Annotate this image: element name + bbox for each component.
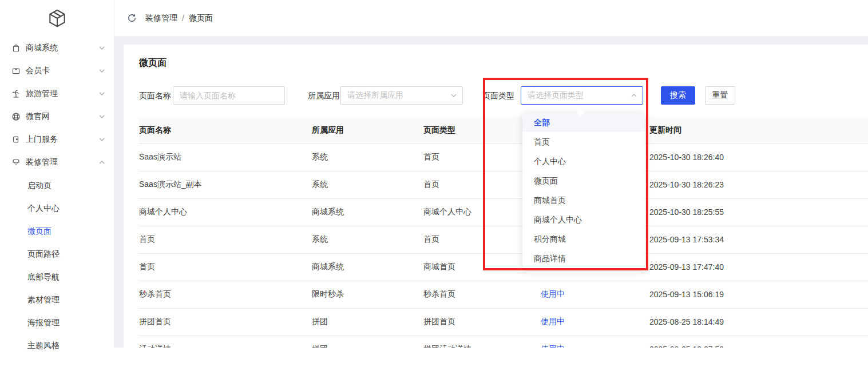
table-cell: 使用中 [541, 281, 649, 308]
dropdown-option-3[interactable]: 微页面 [522, 171, 645, 190]
table-row: 首页商城系统商城首页2025-09-13 17:47:40 [139, 253, 868, 281]
table-cell: 拼团活动详情 [423, 336, 541, 348]
sidebar-subitem-3[interactable]: 页面路径 [0, 242, 114, 265]
type-dropdown-panel: 全部首页个人中心微页面商城首页商城个人中心积分商城商品详情 [522, 113, 645, 269]
chevron-down-icon [451, 93, 457, 98]
dropdown-option-6[interactable]: 积分商城 [522, 229, 645, 249]
chevron-down-icon [99, 69, 105, 73]
sidebar-item-label: 旅游管理 [26, 89, 99, 99]
column-header-0: 页面名称 [139, 117, 312, 143]
table-cell: 系统 [312, 226, 423, 253]
app-label: 所属应用 [308, 86, 340, 105]
chevron-up-icon [631, 93, 637, 98]
table-cell: 秒杀首页 [423, 281, 541, 308]
page-name-label: 页面名称 [139, 86, 171, 105]
sidebar-subitem-1[interactable]: 个人中心 [0, 197, 114, 220]
status-link[interactable]: 使用中 [541, 289, 565, 298]
table-row: 拼团首页拼团拼团首页使用中2025-08-25 18:14:49 [139, 308, 868, 336]
home-service-icon [11, 135, 21, 144]
table-cell: 拼团首页 [139, 308, 312, 336]
sidebar-item-micro-site[interactable]: 微官网 [0, 105, 114, 128]
page-name-input[interactable] [173, 86, 285, 105]
sidebar-item-member-card[interactable]: 会员卡 [0, 59, 114, 82]
sidebar-subitem-7[interactable]: 主题风格 [0, 334, 114, 357]
pages-table: 页面名称所属应用页面类型更新时间 Saas演示站系统首页2025-10-30 1… [139, 117, 868, 348]
table-row: 秒杀首页限时秒杀秒杀首页使用中2025-09-13 15:06:19 [139, 281, 868, 308]
table-row: Saas演示站系统首页2025-10-30 18:26:40 [139, 143, 868, 171]
table-cell: 商城个人中心 [139, 198, 312, 226]
filter-bar: 页面名称 所属应用 请选择所属应用 页面类型 请选择页面类型 搜索 重置 [124, 86, 868, 105]
sidebar-item-label: 会员卡 [26, 66, 99, 76]
sidebar: 商城系统 会员卡 [0, 0, 114, 348]
chevron-down-icon [99, 114, 105, 119]
table-cell: 拼团 [312, 336, 423, 348]
sidebar-item-decoration[interactable]: 装修管理 [0, 151, 114, 174]
dropdown-option-7[interactable]: 商品详情 [522, 249, 645, 268]
type-select[interactable]: 请选择页面类型 [521, 86, 643, 105]
table-cell: 2025-09-13 17:47:40 [649, 253, 868, 281]
app-screen: 商城系统 会员卡 [0, 0, 868, 387]
sidebar-subitem-0[interactable]: 启动页 [0, 174, 114, 197]
sidebar-item-mall-system[interactable]: 商城系统 [0, 37, 114, 59]
sidebar-item-travel[interactable]: 旅游管理 [0, 82, 114, 105]
app-select[interactable]: 请选择所属应用 [340, 86, 463, 105]
table-header-row: 页面名称所属应用页面类型更新时间 [139, 117, 868, 143]
table-cell: 2025-10-30 18:25:55 [649, 198, 868, 226]
mall-icon [11, 43, 21, 53]
decoration-icon [11, 158, 21, 167]
refresh-icon[interactable] [127, 13, 137, 23]
column-header-1: 所属应用 [312, 117, 423, 143]
table-cell: 使用中 [541, 308, 649, 336]
sidebar-submenu: 启动页个人中心微页面页面路径底部导航素材管理海报管理主题风格 [0, 174, 114, 357]
micro-site-icon [11, 112, 21, 121]
table-cell: 2025-10-30 18:26:23 [649, 171, 868, 198]
reset-button[interactable]: 重置 [705, 86, 735, 105]
table-cell: 秒杀首页 [139, 281, 312, 308]
table-body: Saas演示站系统首页2025-10-30 18:26:40Saas演示站_副本… [139, 143, 868, 348]
table-cell: 首页 [139, 253, 312, 281]
table-cell: 限时秒杀 [312, 281, 423, 308]
table-cell: 拼团首页 [423, 308, 541, 336]
sidebar-item-label: 商城系统 [26, 43, 99, 53]
sidebar-subitem-4[interactable]: 底部导航 [0, 265, 114, 288]
status-link[interactable]: 使用中 [541, 344, 565, 348]
table-row: 商城个人中心商城系统商城个人中心2025-10-30 18:25:55 [139, 198, 868, 226]
sidebar-item-label: 微官网 [26, 111, 99, 122]
table-cell: 2025-09-13 15:06:19 [649, 281, 868, 308]
type-select-placeholder: 请选择页面类型 [528, 90, 584, 101]
column-header-4: 更新时间 [649, 117, 868, 143]
dropdown-option-0[interactable]: 全部 [522, 113, 645, 132]
table-cell: 系统 [312, 171, 423, 198]
type-label: 页面类型 [482, 86, 514, 105]
sidebar-item-label: 上门服务 [26, 134, 99, 145]
table-cell: 使用中 [541, 336, 649, 348]
member-card-icon [11, 66, 21, 75]
table-row: 活动详情拼团拼团活动详情使用中2025-08-25 12:27:52 [139, 336, 868, 348]
dropdown-option-2[interactable]: 个人中心 [522, 151, 645, 171]
breadcrumb: 装修管理 / 微页面 [127, 0, 213, 36]
chevron-up-icon [99, 160, 105, 165]
breadcrumb-item-micropage: 微页面 [189, 13, 213, 23]
search-button[interactable]: 搜索 [661, 86, 695, 105]
sidebar-subitem-5[interactable]: 素材管理 [0, 288, 114, 311]
sidebar-item-label: 装修管理 [26, 157, 99, 167]
breadcrumb-item-decoration[interactable]: 装修管理 [145, 13, 177, 23]
sidebar-subitem-2[interactable]: 微页面 [0, 220, 114, 242]
table-cell: 商城系统 [312, 198, 423, 226]
table-cell: 2025-08-25 12:27:52 [649, 336, 868, 348]
table-cell: Saas演示站_副本 [139, 171, 312, 198]
dropdown-option-1[interactable]: 首页 [522, 132, 645, 151]
cube-logo-icon [46, 7, 68, 29]
status-link[interactable]: 使用中 [541, 317, 565, 326]
sidebar-item-home-service[interactable]: 上门服务 [0, 128, 114, 151]
dropdown-option-4[interactable]: 商城首页 [522, 190, 645, 210]
sidebar-subitem-6[interactable]: 海报管理 [0, 311, 114, 334]
table-cell: 活动详情 [139, 336, 312, 348]
table-cell: 系统 [312, 143, 423, 171]
dropdown-option-5[interactable]: 商城个人中心 [522, 210, 645, 229]
breadcrumb-separator: / [182, 14, 184, 23]
page-title: 微页面 [139, 57, 167, 69]
app-select-placeholder: 请选择所属应用 [347, 90, 403, 101]
table-cell: Saas演示站 [139, 143, 312, 171]
table-cell: 2025-10-30 18:26:40 [649, 143, 868, 171]
